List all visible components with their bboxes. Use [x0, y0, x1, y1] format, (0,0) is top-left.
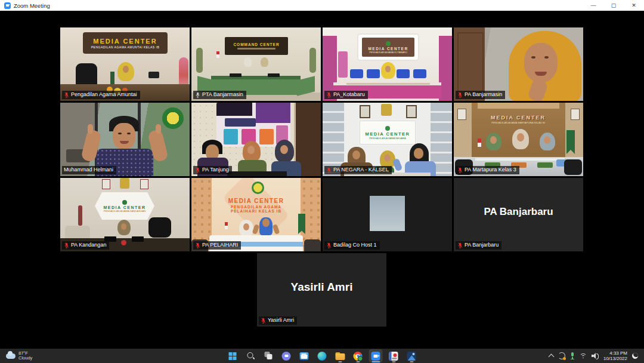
participant-tile-pa-martapura[interactable]: MEDIA CENTER PENGADILAN AGAMA MARTAPURA … — [454, 103, 583, 176]
participant-tile-pta-banjarmasin[interactable]: COMMAND CENTER PTA Banjarmasin — [191, 27, 321, 101]
photos-button[interactable] — [405, 349, 419, 362]
participant-tile-pa-pelaihari[interactable]: MEDIA CENTER PENGADILAN AGAMA PELAIHARI … — [191, 178, 321, 251]
weather-widget[interactable]: 87°F Cloudy — [6, 351, 32, 361]
photos-icon — [407, 352, 416, 361]
mic-muted-icon — [64, 92, 69, 98]
minimize-button[interactable]: — — [583, 0, 603, 11]
zoom-button[interactable] — [369, 349, 383, 362]
participant-tile-muhammad-helmani[interactable]: Muhammad Helmani — [60, 103, 190, 176]
participant-name-label: PA_Kotabaru — [324, 91, 368, 99]
person — [261, 57, 268, 67]
participant-name-label: PA Banjarmasin — [456, 91, 505, 99]
window-titlebar: Zoom Meeting — ▢ ✕ — [0, 0, 644, 11]
close-button[interactable]: ✕ — [624, 0, 644, 11]
media-center-sign: MEDIA CENTER PENGADILAN AGAMA MARTAPURA … — [481, 111, 555, 128]
participant-tile-pa-negara[interactable]: MEDIA CENTER PENGADILAN AGAMA NEGARA PA … — [323, 103, 452, 176]
microphone-tray-icon[interactable] — [570, 352, 575, 359]
task-view-icon — [264, 352, 273, 360]
tray-time: 4:33 PM — [603, 350, 627, 356]
chat-button[interactable] — [280, 349, 293, 362]
video-scene — [191, 103, 321, 176]
participant-name-label: Badilag Co Host 1 — [324, 241, 380, 250]
sync-tray-icon[interactable] — [558, 352, 565, 359]
cloud-icon — [6, 353, 16, 359]
media-center-sign: MEDIA CENTER PENGADILAN AGAMA AMUNTAI KE… — [83, 32, 168, 54]
participant-name-label: PA PELAIHARI — [193, 241, 241, 250]
participant-display-name: Yasirli Amri — [257, 253, 386, 321]
participant-tile-pengadilan-agama-amuntai[interactable]: MEDIA CENTER PENGADILAN AGAMA AMUNTAI KE… — [60, 27, 190, 101]
video-scene: MEDIA CENTER PENGADILAN AGAMA MARTAPURA … — [454, 103, 583, 176]
do-not-disturb-moon-icon[interactable] — [631, 352, 639, 359]
media-center-sign: MEDIA CENTER PENGADILAN AGAMA NEGARA — [360, 121, 416, 144]
video-scene: MEDIA CENTER PENGADILAN AGAMA KANDANGAN — [60, 178, 190, 251]
mic-muted-icon — [261, 318, 266, 324]
mic-icon — [195, 92, 200, 98]
paint-icon — [389, 352, 398, 361]
participant-tile-yasirli-amri[interactable]: Yasirli Amri Yasirli Amri — [257, 253, 386, 327]
participant-tile-pa-kandangan[interactable]: MEDIA CENTER PENGADILAN AGAMA KANDANGAN … — [60, 178, 190, 251]
participant-tile-pa-kotabaru[interactable]: MEDIA CENTER PENGADILAN AGAMA KOTABARU P… — [323, 27, 452, 101]
media-center-sign: MEDIA CENTER PENGADILAN AGAMA PELAIHARI … — [215, 192, 297, 219]
taskbar-apps — [226, 349, 419, 363]
mic-muted-icon — [195, 242, 200, 248]
participant-tile-pa-banjarbaru[interactable]: PA Banjarbaru PA Banjarbaru — [454, 178, 583, 251]
participant-name-label: PA Banjarbaru — [456, 241, 501, 250]
file-explorer-button[interactable] — [333, 349, 347, 362]
paint-button[interactable] — [387, 349, 401, 362]
window-title: Zoom Meeting — [14, 2, 50, 9]
mic-muted-icon — [326, 167, 332, 173]
zoom-app-icon — [4, 2, 11, 9]
person — [113, 123, 135, 149]
participant-tile-badilag-co-host[interactable]: Badilag Co Host 1 — [323, 178, 452, 251]
participant-tile-pa-banjarmasin[interactable]: PA Banjarmasin — [454, 27, 583, 101]
file-explorer-icon — [335, 352, 345, 360]
chrome-button[interactable] — [351, 349, 365, 362]
participant-name-label: Muhammad Helmani — [62, 166, 116, 174]
edge-icon — [318, 352, 327, 361]
windows-taskbar: 87°F Cloudy — [0, 349, 644, 363]
command-center-sign: COMMAND CENTER — [225, 37, 288, 55]
person — [244, 57, 252, 67]
court-logo — [162, 107, 184, 129]
video-scene — [454, 27, 583, 101]
video-scene — [60, 103, 190, 176]
video-scene: COMMAND CENTER — [191, 27, 321, 101]
mic-muted-icon — [64, 242, 69, 248]
mic-muted-icon — [457, 92, 463, 98]
participant-name-label: PA Martapura Kelas 3 — [456, 166, 519, 174]
chrome-icon — [354, 352, 363, 361]
windows-logo-icon — [229, 352, 237, 360]
zoom-icon — [371, 352, 380, 361]
video-scene: MEDIA CENTER PENGADILAN AGAMA AMUNTAI KE… — [60, 27, 190, 101]
mic-muted-icon — [457, 242, 463, 248]
search-icon — [246, 352, 255, 360]
maximize-button[interactable]: ▢ — [603, 0, 624, 11]
taskbar-clock[interactable]: 4:33 PM 10/13/2022 — [603, 350, 627, 361]
start-button[interactable] — [226, 349, 240, 362]
mic-muted-icon — [195, 167, 200, 173]
weather-condition: Cloudy — [18, 356, 32, 361]
tray-date: 10/13/2022 — [603, 356, 627, 361]
video-scene: MEDIA CENTER PENGADILAN AGAMA NEGARA — [323, 103, 452, 176]
task-view-button[interactable] — [262, 349, 275, 362]
wifi-icon[interactable] — [580, 353, 587, 358]
mail-button[interactable] — [298, 349, 311, 362]
chat-icon — [282, 352, 291, 361]
participant-name-label: Pengadilan Agama Amuntai — [62, 91, 140, 99]
search-button[interactable] — [244, 349, 258, 362]
participant-name-label: PA Kandangan — [62, 241, 109, 250]
video-scene: MEDIA CENTER PENGADILAN AGAMA KOTABARU — [323, 27, 452, 101]
mic-muted-icon — [326, 92, 332, 98]
media-center-sign: MEDIA CENTER PENGADILAN AGAMA KANDANGAN — [95, 192, 154, 220]
media-center-sign: MEDIA CENTER PENGADILAN AGAMA KOTABARU — [358, 35, 418, 60]
participant-tile-pa-tanjung[interactable]: PA Tanjung — [191, 103, 321, 176]
participant-name-label: PTA Banjarmasin — [193, 91, 246, 99]
mic-muted-icon — [326, 242, 332, 248]
hidden-icons-chevron-icon[interactable] — [549, 354, 555, 360]
participant-name-label: PA Tanjung — [193, 166, 232, 174]
poster — [216, 103, 290, 147]
mic-muted-icon — [457, 167, 463, 173]
volume-icon[interactable] — [592, 353, 599, 359]
green-flag — [566, 130, 575, 154]
edge-button[interactable] — [315, 349, 329, 362]
